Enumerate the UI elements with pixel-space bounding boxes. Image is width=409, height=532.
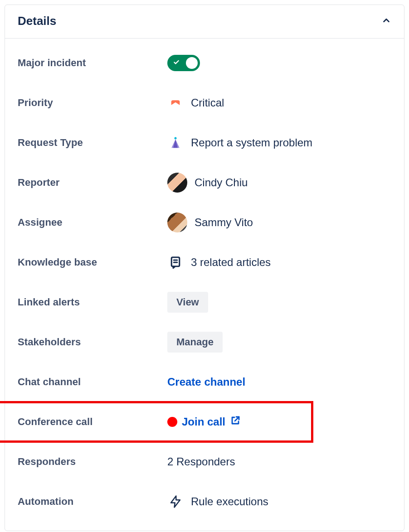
- field-linked-alerts: Linked alerts View: [5, 291, 404, 313]
- field-label: Automation: [18, 496, 167, 508]
- recording-indicator-icon: [167, 417, 177, 427]
- field-request-type: Request Type Report a system problem: [5, 132, 404, 154]
- assignee-name[interactable]: Sammy Vito: [195, 216, 253, 229]
- field-label: Stakeholders: [18, 336, 167, 348]
- field-reporter: Reporter Cindy Chiu: [5, 172, 404, 193]
- field-responders: Responders 2 Responders: [5, 451, 404, 473]
- details-header[interactable]: Details: [5, 5, 404, 39]
- field-label: Assignee: [18, 217, 167, 228]
- join-call-link[interactable]: Join call: [167, 415, 241, 429]
- field-assignee: Assignee Sammy Vito: [5, 212, 404, 233]
- svg-point-0: [175, 137, 177, 140]
- field-priority: Priority Critical: [5, 92, 404, 114]
- knowledge-base-value[interactable]: 3 related articles: [191, 256, 271, 269]
- reporter-name[interactable]: Cindy Chiu: [195, 176, 248, 189]
- create-channel-link[interactable]: Create channel: [167, 376, 245, 388]
- external-link-icon: [230, 415, 241, 429]
- lightning-bolt-icon: [167, 493, 184, 510]
- field-major-incident: Major incident: [5, 52, 404, 74]
- field-label: Conference call: [18, 416, 167, 428]
- toggle-knob: [186, 57, 198, 69]
- join-call-text: Join call: [182, 416, 225, 428]
- panel-title: Details: [18, 14, 56, 28]
- field-label: Chat channel: [18, 376, 167, 388]
- field-label: Request Type: [18, 137, 167, 149]
- request-type-icon: [167, 135, 184, 151]
- major-incident-toggle[interactable]: [167, 55, 200, 71]
- field-label: Reporter: [18, 177, 167, 189]
- field-conference-call: Conference call Join call: [5, 411, 404, 433]
- knowledge-base-icon: [167, 254, 184, 271]
- chevron-up-icon: [381, 15, 391, 27]
- field-chat-channel: Chat channel Create channel: [5, 371, 404, 393]
- priority-value[interactable]: Critical: [191, 97, 224, 109]
- reporter-avatar[interactable]: [167, 173, 187, 193]
- field-label: Priority: [18, 97, 167, 109]
- field-label: Linked alerts: [18, 296, 167, 308]
- check-icon: [173, 59, 180, 67]
- manage-stakeholders-button[interactable]: Manage: [167, 332, 223, 353]
- field-label: Responders: [18, 456, 167, 468]
- view-alerts-button[interactable]: View: [167, 292, 208, 313]
- field-label: Knowledge base: [18, 256, 167, 268]
- priority-critical-icon: [167, 95, 184, 111]
- panel-body: Major incident Priority Critical Requ: [5, 39, 404, 531]
- field-label: Major incident: [18, 57, 167, 69]
- field-automation: Automation Rule executions: [5, 491, 404, 513]
- field-knowledge-base: Knowledge base 3 related articles: [5, 251, 404, 273]
- responders-value[interactable]: 2 Responders: [167, 455, 235, 468]
- assignee-avatar[interactable]: [167, 213, 187, 232]
- svg-marker-5: [171, 496, 180, 508]
- automation-value[interactable]: Rule executions: [191, 495, 268, 508]
- field-stakeholders: Stakeholders Manage: [5, 331, 404, 353]
- request-type-value[interactable]: Report a system problem: [191, 136, 312, 149]
- details-panel: Details Major incident Priority: [5, 5, 404, 531]
